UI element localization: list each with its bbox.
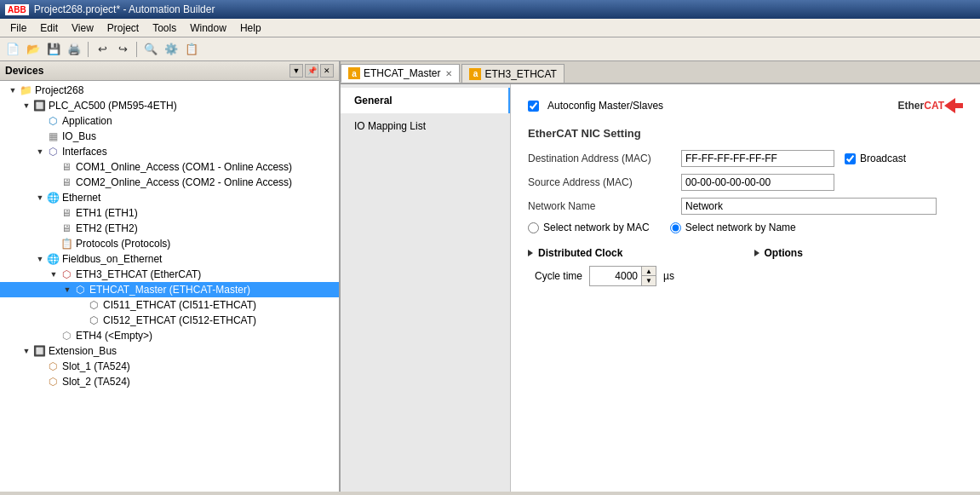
menu-window[interactable]: Window <box>183 20 233 36</box>
print-button[interactable]: 🖨️ <box>65 40 83 59</box>
devices-close-btn[interactable]: ✕ <box>320 64 334 78</box>
interfaces-icon: ⬡ <box>46 145 60 158</box>
expander-ci511[interactable]: ▶ <box>75 299 87 311</box>
menu-tools[interactable]: Tools <box>146 20 183 36</box>
tree-label-fieldbus: Fieldbus_on_Ethernet <box>62 253 162 265</box>
tree-item-master[interactable]: ▼ ⬡ ETHCAT_Master (ETHCAT-Master) <box>0 282 339 297</box>
sep2 <box>136 42 137 57</box>
menu-bar: File Edit View Project Tools Window Help <box>0 19 980 37</box>
tree-item-slot2[interactable]: ▶ ⬡ Slot_2 (TA524) <box>0 374 339 389</box>
cycle-spin-up-button[interactable]: ▲ <box>642 267 656 276</box>
open-button[interactable]: 📂 <box>24 40 43 59</box>
radio-row: Select network by MAC Select network by … <box>528 222 963 233</box>
clipboard-button[interactable]: 📋 <box>182 40 201 59</box>
app-icon: ⬡ <box>46 114 60 128</box>
new-button[interactable]: 📄 <box>3 40 22 59</box>
left-nav: General IO Mapping List <box>341 84 511 492</box>
devices-panel-title: Devices <box>5 65 43 77</box>
tree-item-slot1[interactable]: ▶ ⬡ Slot_1 (TA524) <box>0 359 339 374</box>
expander-eth3[interactable]: ▼ <box>48 268 60 280</box>
tree-label-interfaces: Interfaces <box>62 146 107 158</box>
menu-file[interactable]: File <box>3 20 33 36</box>
expander-ethernet[interactable]: ▼ <box>34 192 46 204</box>
tree-item-project[interactable]: ▼ 📁 Project268 <box>0 83 339 98</box>
radio-mac-input[interactable] <box>528 222 539 233</box>
options-section: Options <box>754 247 964 286</box>
tab-close-ethcat-master[interactable]: ✕ <box>445 69 452 78</box>
tree-label-slot1: Slot_1 (TA524) <box>62 360 130 372</box>
tree-item-ci512[interactable]: ▶ ⬡ CI512_ETHCAT (CI512-ETHCAT) <box>0 313 339 328</box>
expander-fieldbus[interactable]: ▼ <box>34 253 46 265</box>
source-input[interactable] <box>681 174 834 191</box>
autoconfig-checkbox[interactable] <box>528 101 539 112</box>
tree-item-interfaces[interactable]: ▼ ⬡ Interfaces <box>0 144 339 159</box>
tree-item-application[interactable]: ▶ ⬡ Application <box>0 113 339 129</box>
menu-edit[interactable]: Edit <box>33 20 65 36</box>
menu-help[interactable]: Help <box>233 20 268 36</box>
tab-icon-eth3-ethcat: a <box>469 68 481 80</box>
menu-view[interactable]: View <box>65 20 100 36</box>
expander-iobus[interactable]: ▶ <box>34 130 46 142</box>
tree-item-fieldbus[interactable]: ▼ 🌐 Fieldbus_on_Ethernet <box>0 251 339 267</box>
tree-item-iobus[interactable]: ▶ ▦ IO_Bus <box>0 129 339 144</box>
expander-eth1[interactable]: ▶ <box>48 207 60 219</box>
tree-item-com1[interactable]: ▶ 🖥 COM1_Online_Access (COM1 - Online Ac… <box>0 159 339 175</box>
expander-ci512[interactable]: ▶ <box>75 314 87 326</box>
tree-label-master: ETHCAT_Master (ETHCAT-Master) <box>89 284 250 296</box>
expander-slot1[interactable]: ▶ <box>34 360 46 372</box>
broadcast-checkbox[interactable] <box>845 153 856 164</box>
ethernet-icon: 🌐 <box>46 191 60 204</box>
nav-general[interactable]: General <box>341 88 510 113</box>
redo-button[interactable]: ↪ <box>113 40 132 59</box>
cycle-spin-down-button[interactable]: ▼ <box>642 276 656 285</box>
expander-interfaces[interactable]: ▼ <box>34 146 46 158</box>
cycle-time-row: Cycle time ▲ ▼ µs <box>535 266 737 286</box>
expander-protocols[interactable]: ▶ <box>48 238 60 250</box>
tab-ethcat-master[interactable]: a ETHCAT_Master ✕ <box>341 64 460 83</box>
tree-label-protocols: Protocols (Protocols) <box>76 238 170 250</box>
expander-slot2[interactable]: ▶ <box>34 376 46 388</box>
distributed-clock-expand-icon[interactable] <box>528 250 533 256</box>
expander-eth2[interactable]: ▶ <box>48 222 60 234</box>
cycle-time-input[interactable] <box>590 267 641 285</box>
expander-plc[interactable]: ▼ <box>20 100 32 112</box>
expander-master[interactable]: ▼ <box>61 284 73 296</box>
tree-item-eth2[interactable]: ▶ 🖥 ETH2 (ETH2) <box>0 221 339 236</box>
expander-com2[interactable]: ▶ <box>48 176 60 188</box>
expander-app[interactable]: ▶ <box>34 115 46 127</box>
expander-project[interactable]: ▼ <box>7 84 19 96</box>
distributed-clock-header: Distributed Clock <box>528 247 737 259</box>
tree-item-com2[interactable]: ▶ 🖥 COM2_Online_Access (COM2 - Online Ac… <box>0 175 339 190</box>
tree-item-protocols[interactable]: ▶ 📋 Protocols (Protocols) <box>0 236 339 251</box>
eth4-icon: ⬡ <box>60 329 73 342</box>
expander-com1[interactable]: ▶ <box>48 161 60 173</box>
tree-label-eth4: ETH4 (<Empty>) <box>76 330 152 342</box>
menu-project[interactable]: Project <box>100 20 146 36</box>
network-name-input[interactable] <box>681 198 937 215</box>
tree-item-eth1[interactable]: ▶ 🖥 ETH1 (ETH1) <box>0 205 339 221</box>
tree-item-extbus[interactable]: ▼ 🔲 Extension_Bus <box>0 343 339 359</box>
undo-button[interactable]: ↩ <box>93 40 112 59</box>
expander-eth4[interactable]: ▶ <box>48 330 60 342</box>
tree-item-ci511[interactable]: ▶ ⬡ CI511_ETHCAT (CI511-ETHCAT) <box>0 297 339 313</box>
tree-label-slot2: Slot_2 (TA524) <box>62 376 130 388</box>
save-button[interactable]: 💾 <box>44 40 63 59</box>
tree-item-eth3[interactable]: ▼ ⬡ ETH3_ETHCAT (EtherCAT) <box>0 267 339 282</box>
settings-button[interactable]: ⚙️ <box>162 40 181 59</box>
tree-item-ethernet[interactable]: ▼ 🌐 Ethernet <box>0 190 339 205</box>
devices-dropdown-btn[interactable]: ▼ <box>289 64 303 78</box>
tree-item-eth4[interactable]: ▶ ⬡ ETH4 (<Empty>) <box>0 328 339 343</box>
tab-eth3-ethcat[interactable]: a ETH3_ETHCAT <box>461 64 564 83</box>
right-panel: a ETHCAT_Master ✕ a ETH3_ETHCAT General … <box>341 61 980 492</box>
options-expand-icon[interactable] <box>754 250 759 256</box>
nav-io-mapping[interactable]: IO Mapping List <box>341 113 510 139</box>
expander-extbus[interactable]: ▼ <box>20 345 32 357</box>
radio-name-input[interactable] <box>670 222 681 233</box>
protocols-icon: 📋 <box>60 237 73 250</box>
tree-item-plc[interactable]: ▼ 🔲 PLC_AC500 (PM595-4ETH) <box>0 98 339 113</box>
devices-pin-btn[interactable]: 📌 <box>305 64 318 78</box>
ethercat-ether: Ether <box>898 100 925 112</box>
find-button[interactable]: 🔍 <box>141 40 160 59</box>
tabs-bar: a ETHCAT_Master ✕ a ETH3_ETHCAT <box>341 61 980 84</box>
destination-input[interactable] <box>681 150 834 167</box>
